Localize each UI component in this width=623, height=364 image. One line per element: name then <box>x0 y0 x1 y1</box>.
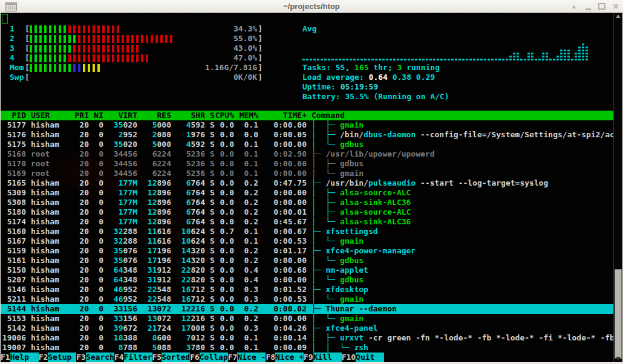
mem-value: 1.16G/7.81G <box>205 63 257 73</box>
fkey-label-collap[interactable]: Collap <box>200 353 228 362</box>
fkey-f1[interactable]: F1 <box>1 353 10 362</box>
process-row-5309[interactable]: 5309hisham200177M128966764S0.00.20:00.00… <box>1 188 614 198</box>
process-row-5207[interactable]: 5207hisham200643483191222820S0.00.40:00.… <box>1 275 614 285</box>
avg-label: Avg <box>302 24 316 34</box>
function-key-bar: F1Help F2Setup F3SearchF4FilterF5SortedF… <box>1 353 384 362</box>
cpu2-meter: 2[55.0%] <box>10 34 263 44</box>
fkey-label-quit[interactable]: Quit <box>356 353 384 362</box>
fkey-label-search[interactable]: Search <box>86 353 114 362</box>
column-header-user[interactable]: USER <box>31 111 74 120</box>
process-row-5170[interactable]: 5170root2003445662245236S0.00.10:00.00│ … <box>1 159 614 169</box>
mem-meter: Mem[1.16G/7.81G] <box>10 63 263 73</box>
process-row-5175[interactable]: 5175hisham2003502050004592S0.00.10:00.00… <box>1 140 614 149</box>
cpu4-value: 47.0% <box>233 53 257 63</box>
process-row-5142[interactable]: 5142hisham200396722172417008S0.00.30:04.… <box>1 323 614 333</box>
process-row-5150[interactable]: 5150hisham200643483191222820S0.00.40:00.… <box>1 265 614 275</box>
process-row-5176[interactable]: 5176hisham200295220801976S0.00.00:00.05│… <box>1 130 614 140</box>
process-row-5165[interactable]: 5165hisham200177M128966764S0.00.20:47.75… <box>1 178 614 188</box>
fkey-label-nice-[interactable]: Nice + <box>275 353 304 362</box>
shade-button[interactable]: ▲ <box>570 3 578 10</box>
cpu1-value: 34.3% <box>233 24 257 34</box>
scrollbar-thumb[interactable] <box>615 269 622 359</box>
fkey-f4[interactable]: F4 <box>114 353 124 362</box>
process-row-5153[interactable]: 5153hisham200331561307212216S0.00.20:00.… <box>1 314 614 323</box>
scrollbar[interactable] <box>613 13 622 362</box>
fkey-label-nice-[interactable]: Nice - <box>237 353 266 362</box>
fkey-f3[interactable]: F3 <box>76 353 86 362</box>
terminal-window: ~/projects/htop ▲ × 1[34.3%]2[55.0%]3[43… <box>0 0 623 364</box>
process-row-5168[interactable]: 5168root2003445662245236S0.00.10:02.90├─… <box>1 149 614 159</box>
process-row-5169[interactable]: 5169root2003445662245236S0.00.10:00.00│ … <box>1 169 614 178</box>
process-row-5174[interactable]: 5174hisham200177M128966764S0.00.20:45.67… <box>1 217 614 227</box>
cpu1-meter: 1[34.3%] <box>10 24 263 34</box>
fkey-f6[interactable]: F6 <box>190 353 200 362</box>
scroll-down-icon[interactable] <box>616 357 621 360</box>
close-button[interactable]: × <box>612 1 619 12</box>
column-header-cpu[interactable]: CPU% <box>215 111 234 120</box>
column-header-time[interactable]: TIME+ <box>263 111 307 120</box>
column-header-ni[interactable]: NI <box>94 111 103 120</box>
column-header-virt[interactable]: VIRT <box>108 111 137 120</box>
process-row-5167[interactable]: 5167hisham200322881161610624S0.00.10:00.… <box>1 236 614 246</box>
fkey-f5[interactable]: F5 <box>152 353 162 362</box>
column-header-pri[interactable]: PRI <box>74 111 89 120</box>
fkey-label-filter[interactable]: Filter <box>124 353 152 362</box>
process-row-5180[interactable]: 5180hisham200177M128966764S0.00.20:00.01… <box>1 207 614 217</box>
swp-meter: Swp[0K/0K] <box>10 73 263 82</box>
cpu3-value: 43.0% <box>233 44 257 53</box>
fkey-f9[interactable]: F9 <box>304 353 313 362</box>
uptime-line: Uptime: 05:19:59 <box>302 82 449 92</box>
process-row-5211[interactable]: 5211hisham200469522254816712S0.00.30:00.… <box>1 294 614 304</box>
minimize-button[interactable] <box>584 2 592 10</box>
maximize-button[interactable] <box>598 3 605 10</box>
process-row-5160[interactable]: 5160hisham200322881161610624S0.70.10:00.… <box>1 227 614 236</box>
cpu4-meter: 4[47.0%] <box>10 53 263 63</box>
scroll-up-icon[interactable] <box>616 15 621 18</box>
process-row-19007[interactable]: 19007hisham200878850883780S0.00.10:00.09… <box>1 343 614 353</box>
process-row-5308[interactable]: 5308hisham200177M128966764S0.00.20:00.00… <box>1 198 614 207</box>
window-title: ~/projects/htop <box>0 0 623 13</box>
fkey-f8[interactable]: F8 <box>266 353 275 362</box>
fkey-f2[interactable]: F2 <box>39 353 48 362</box>
fkey-f10[interactable]: F10 <box>342 353 356 362</box>
cpu-average-graph <box>302 41 589 60</box>
window-titlebar[interactable]: ~/projects/htop ▲ × <box>0 0 623 13</box>
fkey-label-sorted[interactable]: Sorted <box>161 353 190 362</box>
column-header-res[interactable]: RES <box>142 111 171 120</box>
column-header-command[interactable]: Command <box>312 111 614 120</box>
process-table: PIDUSERPRINIVIRTRESSHRSCPU%MEM%TIME+Comm… <box>1 111 614 353</box>
process-row-5161[interactable]: 5161hisham200350761719614320S0.00.20:00.… <box>1 256 614 265</box>
fkey-label-help[interactable]: Help <box>10 353 39 362</box>
column-header-s[interactable]: S <box>210 111 215 120</box>
process-row-5177[interactable]: 5177hisham2003502050004592S0.00.10:00.00… <box>1 120 614 130</box>
status-panel: Tasks: 55, 165 thr; 3 runningLoad averag… <box>302 63 449 102</box>
fkey-label-kill[interactable]: Kill <box>313 353 342 362</box>
process-row-5159[interactable]: 5159hisham200350761719614320S0.00.20:01.… <box>1 246 614 256</box>
cpu2-value: 55.0% <box>233 34 257 44</box>
fkey-f7[interactable]: F7 <box>228 353 238 362</box>
fkey-label-setup[interactable]: Setup <box>48 353 76 362</box>
column-header-shr[interactable]: SHR <box>176 111 205 120</box>
process-row-5146[interactable]: 5146hisham200469522254816712S0.00.30:01.… <box>1 285 614 294</box>
terminal-screen[interactable]: 1[34.3%]2[55.0%]3[43.0%]4[47.0%]Mem[1.16… <box>1 13 614 362</box>
load-average-line: Load average: 0.64 0.38 0.29 <box>302 73 449 82</box>
terminal-body: 1[34.3%]2[55.0%]3[43.0%]4[47.0%]Mem[1.16… <box>1 13 622 362</box>
swp-value: 0K/0K <box>233 73 257 82</box>
battery-line: Battery: 35.5% (Running on A/C) <box>302 92 449 102</box>
process-row-5144[interactable]: 5144hisham200331561307212216S0.00.20:00.… <box>1 304 614 314</box>
process-row-19006[interactable]: 19006hisham2001838886007012S0.00.10:00.1… <box>1 333 614 343</box>
terminal-cursor <box>2 14 8 24</box>
cpu3-meter: 3[43.0%] <box>10 44 263 53</box>
column-header-mem[interactable]: MEM% <box>239 111 258 120</box>
column-header-pid[interactable]: PID <box>2 111 26 120</box>
table-header-row: PIDUSERPRINIVIRTRESSHRSCPU%MEM%TIME+Comm… <box>1 111 614 120</box>
tasks-line: Tasks: 55, 165 thr; 3 running <box>302 63 449 73</box>
